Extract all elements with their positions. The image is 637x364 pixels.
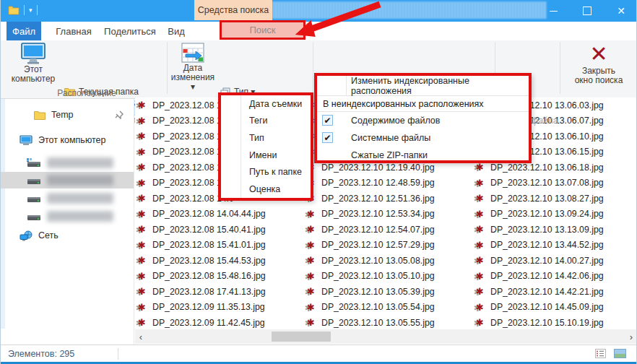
file-name: DP_2023.12.10 13.08.27.jpg (490, 194, 604, 204)
image-file-icon (307, 287, 318, 296)
window-title-blurred (272, 1, 547, 19)
details-view-icon[interactable] (595, 349, 606, 358)
file-name: DP_2023.12.10 13.09.24.jpg (490, 209, 604, 219)
sidebar-drive-row[interactable] (1, 155, 134, 171)
menu-item[interactable]: Дата съемки (221, 95, 311, 113)
sidebar-item-this-pc[interactable]: Этот компьютер (1, 132, 134, 148)
group-separator (560, 42, 560, 94)
menu-checkbox-item[interactable]: Системные файлы (317, 129, 529, 147)
menu-item[interactable]: Оценка (221, 181, 311, 198)
menu-item[interactable]: Тип (221, 129, 311, 147)
sidebar-drive-row[interactable] (1, 172, 134, 188)
sidebar-drive-row[interactable] (1, 190, 134, 207)
file-row[interactable]: DP_2023.12.09 11.42.45.jpg (138, 315, 306, 331)
image-file-icon (476, 240, 487, 250)
ribbon-tab-row: Файл Главная Поделиться Вид (1, 22, 637, 41)
close-icon (617, 6, 625, 16)
minimize-button[interactable] (537, 0, 570, 22)
minimize-icon (550, 11, 558, 12)
title-bar: Средства поиска (1, 0, 637, 22)
close-button[interactable] (604, 0, 637, 22)
file-name: DP_2023.12.10 14.42.21.jpg (490, 287, 604, 297)
qat-separator (37, 5, 38, 15)
file-name: DP_2023.12.10 14.45.09.jpg (490, 302, 604, 312)
sidebar-item-temp[interactable]: Temp (1, 107, 134, 123)
file-row[interactable]: DP_2023.12.10 13.05.39.jpg (307, 284, 474, 300)
file-row[interactable]: DP_2023.12.08 15.44.53.jpg (138, 253, 306, 269)
file-row[interactable]: DP_2023.12.10 14.45.09.jpg (476, 300, 636, 316)
maximize-icon (583, 6, 592, 15)
horizontal-scrollbar[interactable] (135, 329, 637, 344)
qat-customize-icon[interactable] (29, 6, 32, 14)
sidebar-item-network[interactable]: Сеть (1, 228, 134, 243)
drive-icon (27, 212, 41, 222)
tab-file[interactable]: Файл (6, 22, 41, 40)
file-row[interactable]: DP_2023.12.10 13.09.24.jpg (476, 207, 636, 222)
file-row[interactable]: DP_2023.12.10 13.08.27.jpg (476, 191, 636, 207)
file-row[interactable]: DP_2023.12.10 12.54.07.jpg (307, 222, 474, 238)
image-file-icon (476, 225, 487, 234)
file-row[interactable]: DP_2023.12.10 13.44.52.jpg (476, 238, 636, 254)
file-row[interactable]: DP_2023.12.10 13.05.10.jpg (307, 269, 474, 285)
scroll-left-arrow-icon[interactable] (135, 329, 147, 344)
this-computer-button[interactable]: Этот компьютер (6, 42, 60, 84)
thumbnail-view-icon[interactable] (614, 349, 626, 358)
file-row[interactable]: DP_2023.12.10 14.00.27.jpg (476, 253, 636, 269)
pin-icon (115, 110, 124, 119)
file-row[interactable]: DP_2023.12.10 12.48.59.jpg (307, 176, 474, 191)
image-file-icon (307, 303, 318, 312)
scrollbar-thumb[interactable] (272, 332, 331, 342)
menu-item[interactable]: Путь к папке (221, 163, 311, 181)
file-row[interactable]: DP_2023.12.08 15.41.01.jpg (138, 238, 306, 254)
image-file-icon (476, 256, 487, 265)
date-modified-label-2: изменения ▾ (170, 73, 216, 92)
menu-gutter-line (346, 76, 347, 95)
file-row[interactable]: DP_2023.12.08 15.40.41.jpg (138, 222, 306, 238)
menu-item-label: Содержимое файлов (351, 116, 440, 126)
file-row[interactable]: DP_2023.12.10 13.05.54.jpg (307, 300, 474, 316)
image-file-icon (307, 209, 318, 219)
file-row[interactable]: DP_2023.12.10 13.13.09.jpg (476, 222, 636, 238)
date-modified-button[interactable]: Дата изменения ▾ (170, 42, 216, 92)
menu-checkbox-item[interactable]: Содержимое файлов (317, 112, 529, 129)
drive-icon (27, 194, 41, 204)
file-name: DP_2023.12.10 12.54.07.jpg (321, 225, 435, 235)
menu-item-change-indexed[interactable]: Изменить индексированные расположения (317, 76, 529, 95)
file-row[interactable]: DP_2023.12.10 13.05.55.jpg (307, 315, 474, 331)
file-row[interactable]: DP_2023.12.10 15.10.19.jpg (476, 315, 636, 331)
file-row[interactable]: DP_2023.12.08 17.41.13.jpg (138, 284, 306, 300)
image-file-icon (476, 272, 487, 281)
blurred-drive-label (47, 175, 113, 186)
group-separator (167, 42, 168, 94)
this-computer-label-2: компьютер (12, 74, 56, 84)
menu-item-label: Тип (249, 133, 264, 143)
file-row[interactable]: DP_2023.12.08 15.48.16.jpg (138, 269, 306, 285)
close-search-button[interactable]: ✕ Закрыть окно поиска (566, 42, 632, 85)
image-file-icon (476, 209, 487, 219)
image-file-icon (476, 162, 487, 172)
file-row[interactable]: DP_2023.12.10 12.53.34.jpg (307, 207, 474, 222)
file-row[interactable]: DP_2023.12.10 12.51.36.jpg (307, 191, 474, 207)
image-file-icon (138, 100, 149, 110)
menu-item[interactable]: Имени (221, 147, 311, 164)
file-row[interactable]: DP_2023.12.08 14.04.44.jpg (138, 207, 306, 222)
file-row[interactable]: DP_2023.12.10 14.42.06.jpg (476, 269, 636, 285)
maximize-button[interactable] (571, 0, 604, 22)
file-name: DP_2023.12.08 17.41.13.jpg (152, 287, 266, 297)
image-file-icon (138, 116, 149, 126)
file-row[interactable]: DP_2023.12.10 12.57.29.jpg (307, 238, 474, 254)
image-file-icon (138, 240, 149, 250)
tab-search[interactable]: Поиск (220, 20, 306, 40)
menu-item[interactable]: Теги (221, 113, 311, 130)
file-row[interactable]: DP_2023.12.10 13.05.08.jpg (307, 253, 474, 269)
tab-view[interactable]: Вид (161, 22, 191, 40)
tab-share[interactable]: Поделиться (102, 22, 158, 40)
scroll-right-arrow-icon[interactable] (625, 329, 637, 344)
sidebar-drive-row[interactable] (1, 208, 134, 225)
file-row[interactable]: DP_2023.12.10 14.42.21.jpg (476, 284, 636, 300)
file-row[interactable]: DP_2023.12.09 11.35.13.jpg (138, 300, 306, 316)
file-name: DP_2023.12.08 15.48.16.jpg (152, 271, 266, 281)
tab-home[interactable]: Главная (47, 22, 100, 40)
file-row[interactable]: DP_2023.12.10 13.07.08.jpg (476, 176, 636, 191)
menu-checkbox-item[interactable]: Сжатые ZIP-папки (317, 147, 529, 164)
